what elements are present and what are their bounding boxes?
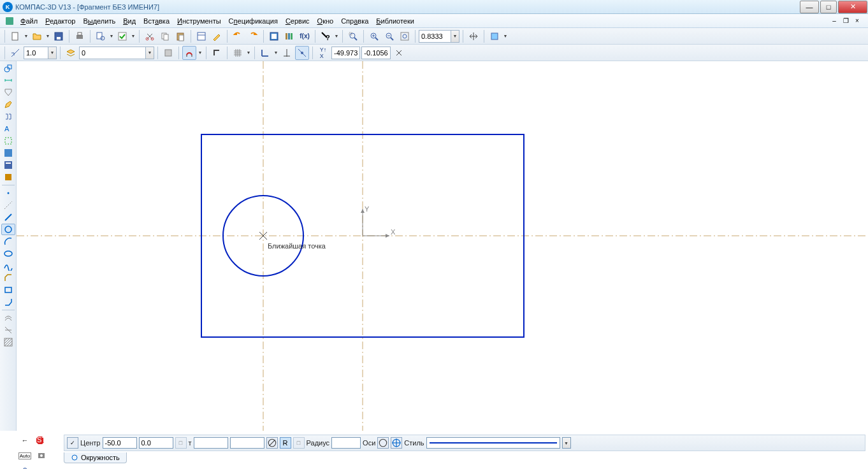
menu-insert[interactable]: Вставка: [140, 16, 173, 26]
menu-service[interactable]: Сервис: [282, 16, 314, 26]
stop-command-button[interactable]: STOP: [33, 433, 47, 447]
open-dropdown[interactable]: ▼: [45, 34, 50, 38]
layer-dropdown[interactable]: ▼: [145, 47, 154, 59]
tab-circle[interactable]: Окружность: [64, 452, 127, 463]
redo-button[interactable]: [246, 29, 260, 43]
menu-editor[interactable]: Редактор: [41, 16, 79, 26]
radius-toggle[interactable]: R: [280, 437, 291, 449]
paste-button[interactable]: [173, 29, 187, 43]
minimize-button[interactable]: —: [800, 1, 819, 13]
spec-panel-icon[interactable]: [1, 147, 15, 159]
edit-panel-icon[interactable]: [1, 99, 15, 110]
scale-combo[interactable]: ▼: [24, 47, 57, 59]
scale-dropdown[interactable]: ▼: [48, 47, 57, 59]
arrow-left-button[interactable]: ←: [18, 433, 32, 447]
menu-libs[interactable]: Библиотеки: [372, 16, 418, 26]
layer-input[interactable]: [79, 47, 145, 59]
snap-dropdown[interactable]: ▼: [198, 50, 203, 55]
menu-tools[interactable]: Инструменты: [173, 16, 225, 26]
save-button[interactable]: [52, 29, 66, 43]
grid-dropdown[interactable]: ▼: [246, 50, 251, 55]
collect-tool[interactable]: [1, 324, 15, 336]
maximize-button[interactable]: □: [820, 1, 837, 13]
zoom-fit-button[interactable]: [398, 29, 412, 43]
variables-button[interactable]: f(x): [298, 29, 312, 43]
layers-icon[interactable]: [64, 46, 78, 60]
report-panel-icon[interactable]: [1, 159, 15, 171]
aux-line-tool[interactable]: [1, 199, 15, 211]
mdi-close-button[interactable]: ×: [853, 17, 862, 25]
whats-this-button[interactable]: ?: [319, 29, 333, 43]
line-style-dropdown[interactable]: ▼: [562, 437, 571, 449]
scale-input[interactable]: [24, 47, 48, 59]
contour-tool[interactable]: [1, 296, 15, 308]
grid-button[interactable]: [231, 46, 245, 60]
diameter-toggle[interactable]: [266, 437, 278, 449]
cut-button[interactable]: [143, 29, 157, 43]
axes-on-button[interactable]: [391, 437, 402, 449]
select-panel-icon[interactable]: [1, 135, 15, 147]
libs-button[interactable]: [282, 29, 296, 43]
point-y-input[interactable]: [230, 437, 264, 449]
point-lock-button[interactable]: □: [175, 437, 187, 449]
center-y-input[interactable]: [139, 437, 173, 449]
snap-to-grid-button[interactable]: [295, 46, 309, 60]
remember-state-button[interactable]: [34, 449, 48, 463]
coord-lock-button[interactable]: [392, 46, 406, 60]
dimensions-panel-icon[interactable]: [1, 75, 15, 86]
zoom-in-button[interactable]: [367, 29, 381, 43]
zoom-dropdown[interactable]: ▼: [451, 30, 459, 43]
preview-button[interactable]: [94, 29, 108, 43]
orient-button[interactable]: [488, 29, 502, 43]
preview-dropdown[interactable]: ▼: [109, 34, 114, 38]
help-small-button[interactable]: ?: [18, 464, 32, 469]
center-x-input[interactable]: [103, 437, 137, 449]
circle-tool[interactable]: [1, 224, 15, 235]
properties-button[interactable]: [194, 29, 208, 43]
radius-lock-button[interactable]: □: [293, 437, 305, 449]
point-x-input[interactable]: [194, 437, 228, 449]
equidistant-tool[interactable]: [1, 312, 15, 324]
mdi-minimize-button[interactable]: –: [830, 17, 839, 25]
zoom-window-button[interactable]: [346, 29, 360, 43]
chamfer-tool[interactable]: [1, 272, 15, 284]
spline-tool[interactable]: [1, 260, 15, 271]
menu-view[interactable]: Вид: [119, 16, 140, 26]
menu-window[interactable]: Окно: [314, 16, 338, 26]
line-style-combo[interactable]: [426, 437, 560, 449]
arc-tool[interactable]: [1, 236, 15, 247]
close-button[interactable]: ✕: [838, 1, 867, 13]
drawing-canvas[interactable]: X Y Ближайшая точка: [17, 61, 868, 431]
snap-toggle[interactable]: [182, 46, 196, 60]
layer-combo[interactable]: ▼: [79, 47, 154, 59]
stop-button[interactable]: [161, 46, 175, 60]
help-dropdown[interactable]: ▼: [334, 34, 339, 38]
new-button[interactable]: [8, 29, 22, 43]
ortho-button[interactable]: [210, 46, 224, 60]
mdi-restore-button[interactable]: ❐: [841, 17, 850, 25]
symbols-panel-icon[interactable]: [1, 87, 15, 98]
params-panel-icon[interactable]: [1, 111, 15, 122]
rect-tool[interactable]: [1, 284, 15, 296]
radius-input[interactable]: [331, 437, 361, 449]
measure-panel-icon[interactable]: A: [1, 123, 15, 134]
check-dropdown[interactable]: ▼: [131, 34, 136, 38]
local-cs-button[interactable]: [258, 46, 272, 60]
point-tool[interactable]: [1, 187, 15, 199]
geometry-panel-icon[interactable]: [1, 62, 15, 74]
insert-panel-icon[interactable]: [1, 171, 15, 183]
manager-button[interactable]: [267, 29, 281, 43]
axis-button[interactable]: [280, 46, 294, 60]
local-cs-dropdown[interactable]: ▼: [273, 50, 278, 55]
scale-icon[interactable]: [8, 46, 22, 60]
menu-spec[interactable]: Спецификация: [225, 16, 282, 26]
center-lock-button[interactable]: ✓: [67, 437, 78, 449]
hatch-tool[interactable]: [1, 336, 15, 348]
zoom-out-button[interactable]: [382, 29, 396, 43]
auto-create-button[interactable]: Auto: [18, 449, 32, 463]
menu-selection[interactable]: Выделить: [79, 16, 119, 26]
zoom-input[interactable]: [419, 30, 451, 43]
copy-props-button[interactable]: [210, 29, 224, 43]
check-button[interactable]: [115, 29, 129, 43]
print-button[interactable]: [73, 29, 87, 43]
